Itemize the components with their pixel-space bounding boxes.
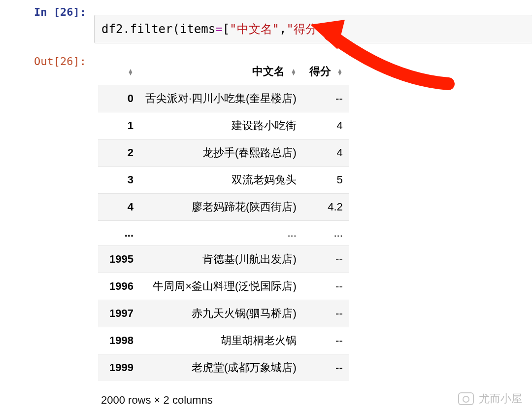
header-row: ▲▼ 中文名 ▲▼ 得分 ▲▼ [98, 58, 349, 85]
cell-name: 胡里胡桐老火锅 [139, 327, 302, 354]
table-row: 1建设路小吃街4 [98, 112, 349, 139]
row-index: 2 [98, 139, 139, 167]
row-index: 1998 [98, 327, 139, 354]
sort-icon[interactable]: ▲▼ [337, 69, 343, 75]
header-index[interactable]: ▲▼ [98, 58, 139, 85]
input-cell: In [26]: df2.filter(items=["中文名","得分"]) [0, 0, 532, 43]
cell-name: ... [139, 221, 302, 246]
table-row: ......... [98, 221, 349, 246]
dataframe-summary: 2000 rows × 2 columns [101, 394, 349, 407]
cell-score: -- [302, 85, 349, 112]
header-name-label: 中文名 [252, 65, 285, 77]
table-row: 1997赤九天火锅(驷马桥店)-- [98, 300, 349, 327]
row-index: 4 [98, 194, 139, 221]
row-index: 1995 [98, 246, 139, 273]
cell-score: -- [302, 273, 349, 300]
comma-token: , [279, 22, 286, 36]
cell-name: 廖老妈蹄花(陕西街店) [139, 194, 302, 221]
wechat-icon [458, 392, 474, 405]
cell-score: 4 [302, 112, 349, 139]
cell-name: 舌尖派对·四川小吃集(奎星楼店) [139, 85, 302, 112]
cell-name: 龙抄手(春熙路总店) [139, 139, 302, 167]
cell-name: 赤九天火锅(驷马桥店) [139, 300, 302, 327]
equals-token: = [215, 22, 222, 36]
row-index: ... [98, 221, 139, 246]
output-prompt: Out[26]: [0, 49, 94, 69]
header-score-label: 得分 [309, 65, 331, 77]
cell-name: 肯德基(川航出发店) [139, 246, 302, 273]
watermark: 尤而小屋 [458, 391, 522, 406]
table-row: 1998胡里胡桐老火锅-- [98, 327, 349, 354]
row-index: 1999 [98, 354, 139, 381]
table-row: 1996牛周周×釜山料理(泛悦国际店)-- [98, 273, 349, 300]
dataframe-table: ▲▼ 中文名 ▲▼ 得分 ▲▼ 0舌尖派对·四川小吃集(奎星楼店)-- [98, 58, 349, 381]
cell-score: 4.2 [302, 194, 349, 221]
sort-icon[interactable]: ▲▼ [291, 69, 297, 75]
string-literal: "中文名" [230, 22, 279, 36]
row-index: 1996 [98, 273, 139, 300]
table-row: 4廖老妈蹄花(陕西街店)4.2 [98, 194, 349, 221]
code-token: df2.filter [101, 22, 173, 36]
cell-score: 5 [302, 167, 349, 194]
input-prompt: In [26]: [0, 0, 94, 20]
bracket-open: [ [223, 22, 230, 36]
table-row: 1995肯德基(川航出发店)-- [98, 246, 349, 273]
row-index: 1 [98, 112, 139, 139]
table-body: 0舌尖派对·四川小吃集(奎星楼店)-- 1建设路小吃街4 2龙抄手(春熙路总店)… [98, 85, 349, 381]
paren-open: ( [173, 22, 180, 36]
row-index: 1997 [98, 300, 139, 327]
paren-close: ) [332, 22, 338, 36]
watermark-text: 尤而小屋 [479, 391, 522, 406]
header-score[interactable]: 得分 ▲▼ [302, 58, 349, 85]
table-row: 1999老虎堂(成都万象城店)-- [98, 354, 349, 381]
cell-score: -- [302, 246, 349, 273]
row-index: 3 [98, 167, 139, 194]
cell-name: 老虎堂(成都万象城店) [139, 354, 302, 381]
code-kwarg: items [180, 22, 215, 36]
table-row: 3双流老妈兔头5 [98, 167, 349, 194]
table-row: 2龙抄手(春熙路总店)4 [98, 139, 349, 167]
cell-score: -- [302, 354, 349, 381]
sort-icon[interactable]: ▲▼ [128, 69, 133, 75]
cell-score: ... [302, 221, 349, 246]
string-literal: "得分" [286, 22, 324, 36]
cell-score: 4 [302, 139, 349, 167]
cell-name: 双流老妈兔头 [139, 167, 302, 194]
cell-score: -- [302, 300, 349, 327]
row-index: 0 [98, 85, 139, 112]
cell-name: 牛周周×釜山料理(泛悦国际店) [139, 273, 302, 300]
output-cell: Out[26]: ▲▼ 中文名 ▲▼ 得分 ▲▼ [0, 49, 532, 407]
code-input[interactable]: df2.filter(items=["中文名","得分"]) [94, 15, 532, 43]
cell-name: 建设路小吃街 [139, 112, 302, 139]
table-row: 0舌尖派对·四川小吃集(奎星楼店)-- [98, 85, 349, 112]
cell-score: -- [302, 327, 349, 354]
header-name[interactable]: 中文名 ▲▼ [139, 58, 302, 85]
bracket-close: ] [324, 22, 331, 36]
